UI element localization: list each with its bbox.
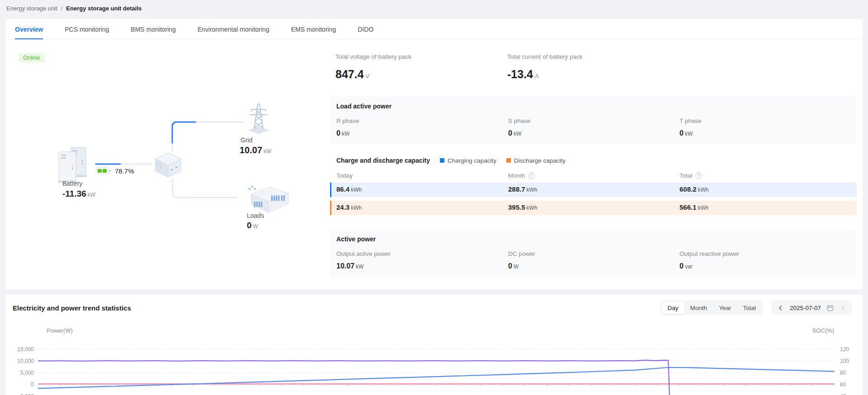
- discharge-today-value: 24.3kWh: [336, 203, 362, 211]
- breadcrumb-separator: /: [61, 5, 63, 12]
- tab-ems-monitoring[interactable]: EMS monitoring: [291, 19, 336, 39]
- active-power-section: Active power Output active power 10.07kW…: [330, 230, 857, 277]
- s-phase-value: 0kW: [508, 129, 521, 137]
- output-reactive-power-value: 0var: [679, 262, 693, 270]
- output-active-power-label: Output active power: [336, 250, 391, 257]
- discharge-total-value: 566.1kWh: [679, 203, 709, 211]
- r-phase-value: 0kW: [336, 129, 349, 137]
- load-active-power-title: Load active power: [336, 103, 392, 110]
- t-phase-value: 0kW: [679, 129, 693, 137]
- battery-label: Battery: [62, 180, 82, 187]
- discharge-swatch-icon: [506, 158, 511, 163]
- power-axis-label: Power(W): [47, 327, 73, 334]
- legend-discharge: Discharge capacity: [506, 157, 566, 164]
- date-next-button[interactable]: [839, 304, 846, 311]
- breadcrumb: Energy storage unit / Energy storage uni…: [6, 5, 142, 12]
- tab-pcs-monitoring[interactable]: PCS monitoring: [65, 19, 109, 39]
- calendar-icon[interactable]: [826, 304, 834, 311]
- total-current-label: Total current of battery pack: [507, 53, 583, 60]
- loads-power-value: 0W: [247, 221, 258, 230]
- overview-card: Overview PCS monitoring BMS monitoring E…: [5, 19, 863, 289]
- capacity-col-today: Today: [336, 172, 353, 179]
- grid-power-value: 10.07kW: [240, 145, 271, 155]
- output-active-power-value: 10.07kW: [336, 262, 363, 270]
- capacity-col-total: Total: [679, 172, 702, 179]
- total-voltage-value: 847.4V: [335, 68, 369, 81]
- total-help-icon[interactable]: [695, 172, 702, 179]
- dc-power-value: 0W: [508, 262, 519, 270]
- trend-card: Electricity and power trend statistics D…: [5, 295, 863, 395]
- soc-axis-label: SOC(%): [792, 327, 834, 334]
- load-active-power-section: Load active power R phase 0kW S phase 0k…: [330, 97, 857, 144]
- power-axis-ticks: 15,00010,0005,0000-5,000: [5, 295, 34, 395]
- capacity-title: Charge and discharge capacity: [336, 157, 430, 164]
- range-day-button[interactable]: Day: [662, 301, 684, 314]
- tab-dido[interactable]: DIDO: [358, 19, 373, 39]
- r-phase-label: R phase: [336, 118, 359, 124]
- tab-environmental-monitoring[interactable]: Environmental monitoring: [198, 19, 269, 39]
- charging-swatch-icon: [440, 158, 444, 163]
- output-reactive-power-label: Output reactive power: [679, 250, 739, 257]
- legend-charging: Charging capacity: [440, 157, 496, 164]
- range-total-button[interactable]: Total: [737, 301, 762, 314]
- month-help-icon[interactable]: [528, 172, 535, 179]
- loads-building-icon: [243, 183, 290, 213]
- trend-controls: Day Month Year Total 2025-07-07: [661, 301, 852, 315]
- range-segmented-control: Day Month Year Total: [661, 301, 763, 315]
- range-month-button[interactable]: Month: [684, 301, 713, 314]
- capacity-col-month: Month: [508, 172, 535, 179]
- battery-soc-value: 78.7%: [115, 167, 134, 175]
- discharge-month-value: 395.5kWh: [508, 203, 538, 211]
- active-power-title: Active power: [336, 235, 376, 243]
- tab-overview[interactable]: Overview: [15, 19, 43, 39]
- pcs-converter-icon: [155, 153, 181, 178]
- energy-storage-dashboard: { "breadcrumb": { "parent": "Energy stor…: [0, 0, 868, 395]
- s-phase-label: S phase: [508, 118, 531, 124]
- battery-gauge-icon: [96, 167, 111, 175]
- breadcrumb-current: Energy storage unit details: [66, 5, 142, 12]
- grid-tower-icon: [244, 100, 273, 135]
- tab-bms-monitoring[interactable]: BMS monitoring: [131, 19, 176, 39]
- total-voltage-label: Total voltage of battery pack: [335, 53, 411, 60]
- tab-bar: Overview PCS monitoring BMS monitoring E…: [5, 19, 863, 40]
- capacity-section: Charge and discharge capacity Charging c…: [330, 155, 857, 238]
- battery-cabinet-icon: [54, 146, 96, 184]
- breadcrumb-parent-link[interactable]: Energy storage unit: [6, 5, 57, 12]
- capacity-header: Charge and discharge capacity Charging c…: [336, 157, 566, 164]
- date-prev-button[interactable]: [777, 304, 784, 311]
- battery-power-value: -11.36kW: [62, 189, 95, 199]
- discharge-capacity-row: 24.3kWh 395.5kWh 566.1kWh: [330, 201, 857, 215]
- charging-total-value: 608.2kWh: [679, 185, 709, 193]
- date-picker: 2025-07-07: [772, 301, 852, 315]
- charging-month-value: 288.7kWh: [508, 185, 538, 193]
- range-year-button[interactable]: Year: [713, 301, 737, 314]
- date-value[interactable]: 2025-07-07: [790, 305, 821, 311]
- total-current-value: -13.4A: [507, 68, 539, 81]
- battery-soc-row: 78.7%: [96, 167, 134, 175]
- grid-label: Grid: [241, 136, 252, 144]
- loads-label: Loads: [247, 212, 264, 219]
- energy-flow-diagram: Online Battery -11: [5, 40, 335, 289]
- charging-today-value: 86.4kWh: [336, 185, 362, 193]
- dc-power-label: DC power: [508, 250, 535, 257]
- charging-capacity-row: 86.4kWh 288.7kWh 608.2kWh: [330, 183, 857, 197]
- t-phase-label: T phase: [679, 118, 702, 124]
